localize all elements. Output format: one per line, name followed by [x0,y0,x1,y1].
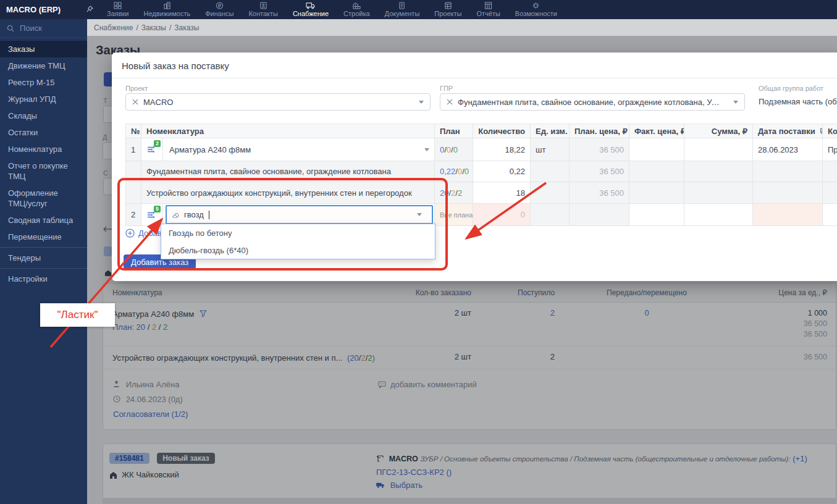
sidebar-item-upd-journal[interactable]: Журнал УПД [0,91,87,107]
col-comment-header-cut: Ко [823,124,837,138]
nomenclature-select-cell[interactable]: 2 Арматура А240 ф8мм [141,138,435,161]
autocomplete-option[interactable]: Дюбель-гвоздь (6*40) [161,242,435,259]
delivery-date-cell [753,161,823,182]
nav-item-contacts[interactable]: Контакты [241,2,285,17]
clear-icon[interactable] [132,99,138,105]
sum-cell [684,161,753,182]
annotation-label: "Ластик" [40,303,115,327]
item-row: 1 2 Арматура А240 ф8мм 0/0/0 18,22 [126,138,837,161]
sidebar-item-pivot-table[interactable]: Сводная таблица [0,212,87,229]
plan-binding-icon[interactable]: 2 [141,138,163,161]
fact-price-cell [629,182,684,204]
sidebar-item-purchase-report[interactable]: Отчет о покупке ТМЦ [0,158,87,185]
quantity-input-cell[interactable]: 18 [473,182,531,204]
col-sum-header: Сумма, ₽ [684,124,753,138]
nav-item-finance[interactable]: Финансы [198,2,241,17]
sidebar-item-tenders[interactable]: Тендеры [0,247,87,266]
clear-icon[interactable] [447,99,453,105]
copy-icon[interactable] [820,128,822,135]
plan-price-cell: 36 500 [570,161,629,182]
breadcrumb-item[interactable]: Снабжение [94,23,133,32]
fact-price-input-cell[interactable] [629,204,684,226]
nav-item-reports[interactable]: Отчёты [469,2,507,17]
fact-price-cell [629,161,684,182]
new-order-modal: Новый заказ на поставку Проект MACRO ГПР… [112,52,837,281]
col-fact-price-header: Факт. цена, ₽ [629,124,684,138]
plan-value: 20 [440,188,448,198]
delivery-date-cell [753,182,823,204]
nav-item-construction[interactable]: Стройка [336,2,377,17]
sidebar-item-leftovers[interactable]: Остатки [0,124,87,141]
breadcrumb-item[interactable]: Заказы [141,23,166,32]
sidebar-item-warehouses[interactable]: Склады [0,107,87,124]
nav-item-requests[interactable]: Заявки [99,2,137,17]
main-nav: Заявки Недвижимость Финансы Контакты Сна… [99,0,565,19]
breadcrumb-separator: / [169,23,171,32]
chevron-down-icon [424,148,429,151]
work-name-cell: Фундаментная плита, свайное основание, о… [141,161,435,182]
delivery-date-label: Дата поставки [758,127,815,136]
sidebar-item-nomenclature[interactable]: Номенклатура [0,141,87,158]
nomenclature-search-cell[interactable]: 5 гвозд [141,204,435,226]
quantity-input-cell[interactable]: 0,22 [473,161,531,182]
row-number-cell [126,182,141,204]
nav-item-supply[interactable]: Снабжение [285,2,336,17]
work-group-value: Подземная часть (обще [759,97,837,106]
row-number-cell [126,161,141,182]
contacts-icon [259,2,267,9]
sidebar-item-settings[interactable]: Настройки [0,268,87,287]
reports-icon [484,2,492,9]
project-select[interactable]: MACRO [125,93,431,111]
gpr-select[interactable]: Фундаментная плита, свайное основание, о… [440,93,745,111]
sidebar-item-relocation[interactable]: Перемещение [0,229,87,245]
sidebar-item-orders[interactable]: Заказы [0,41,87,57]
nav-item-features[interactable]: Возможности [508,2,565,17]
finance-icon [216,2,224,9]
col-nomenclature-header: Номенклатура [141,124,435,138]
pin-icon[interactable] [86,5,93,14]
col-quantity-header: Количество [473,124,531,138]
construction-icon [353,2,361,9]
unit-cell [531,161,570,182]
projects-icon [444,2,452,9]
fact-price-input-cell[interactable] [629,138,684,161]
eraser-icon [172,211,180,219]
delivery-date-input-cell[interactable] [753,204,823,226]
nav-item-projects[interactable]: Проекты [427,2,469,17]
app-logo[interactable]: MACRO (ERP) [0,0,99,19]
nav-item-realestate[interactable]: Недвижимость [137,2,198,17]
sidebar-search [0,19,87,38]
items-table-header: № Номенклатура План Количество Ед. изм. … [126,124,837,138]
sum-cell [684,182,753,204]
sidebar-item-tmc-movement[interactable]: Движение ТМЦ [0,57,87,74]
breadcrumb-item[interactable]: Заказы [174,23,199,32]
plan-binding-icon[interactable]: 5 [141,204,163,225]
plan-value: 0 [465,167,469,176]
plan-value: 0 [447,145,451,154]
sidebar-item-tmc-services[interactable]: Оформление ТМЦ/услуг [0,185,87,212]
autocomplete-option[interactable]: Гвоздь по бетону [161,224,435,242]
item-subrow: Фундаментная плита, свайное основание, о… [126,161,837,182]
nomenclature-search-input[interactable]: гвозд [166,205,433,224]
supply-icon [306,2,315,9]
col-plan-price-header: План. цена, ₽ [570,124,629,138]
project-field-label: Проект [125,85,148,92]
comment-cell-cut [823,161,837,182]
sidebar-item-registry-m15[interactable]: Реестр М-15 [0,74,87,91]
nav-item-label: Снабжение [293,10,329,17]
nav-item-label: Стройка [343,10,370,17]
delivery-date-input-cell[interactable]: 28.06.2023 [753,138,823,161]
sidebar-search-input[interactable] [19,23,80,33]
quantity-input-cell[interactable]: 0 [473,204,531,226]
nav-item-label: Отчёты [476,10,500,17]
work-name-cell: Устройство ограждающих конструкций, внут… [141,182,435,204]
modal-title: Новый заказ на поставку [112,52,837,78]
project-select-value: MACRO [143,98,173,107]
breadcrumb-separator: / [136,23,138,32]
plan-count-badge: 2 [154,140,161,147]
item-subrow: Устройство ограждающих конструкций, внут… [126,182,837,204]
search-icon [7,25,14,32]
search-input-value: гвозд [184,210,204,219]
quantity-input-cell[interactable]: 18,22 [473,138,531,161]
nav-item-documents[interactable]: Документы [377,2,427,17]
